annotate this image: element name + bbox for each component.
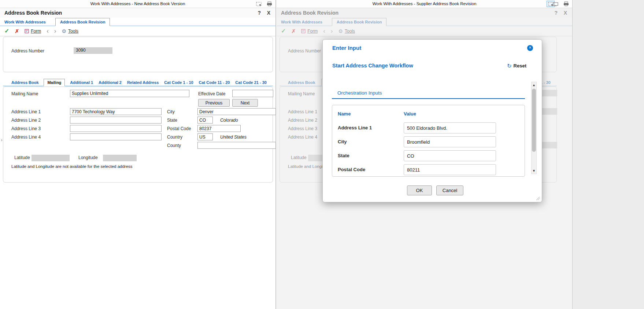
cancel-x-icon[interactable]: ✗ xyxy=(15,28,19,34)
splitter-icon: › xyxy=(1,137,2,143)
reset-label: Reset xyxy=(514,63,526,69)
effective-date-input[interactable] xyxy=(232,90,273,97)
address-number-box: Address Number 3090 xyxy=(3,37,273,72)
left-panel-title: Address Book Revision xyxy=(4,10,62,16)
address-line-1-input[interactable] xyxy=(70,108,162,115)
splitter-handle[interactable]: › xyxy=(0,135,3,144)
gear-icon: ⚙ xyxy=(62,28,66,34)
geo-note: Latitude and Longitude are not available… xyxy=(11,164,133,169)
right-titlebar: Work With Addresses - Supplier Address B… xyxy=(277,0,572,8)
column-header-value: Value xyxy=(404,111,416,117)
left-toolbar: ✓ ✗ Form ‹ › ⚙ Tools xyxy=(0,26,275,36)
postal-code-label: Postal Code xyxy=(167,126,191,131)
row-value-postal-code-input[interactable] xyxy=(404,164,496,175)
enter-input-dialog: Enter Input × Start Address Change Workf… xyxy=(322,39,542,202)
mailing-name-label: Mailing Name xyxy=(11,91,38,96)
city-label: City xyxy=(167,109,175,114)
address-line-1-label: Address Line 1 xyxy=(11,109,41,114)
row-name-address-line-1: Address Line 1 xyxy=(338,125,372,130)
tools-menu-button[interactable]: ⚙ Tools xyxy=(62,28,78,34)
country-label: Country xyxy=(167,135,182,140)
address-line-2-label: Address Line 2 xyxy=(11,118,41,123)
latitude-field xyxy=(32,155,70,161)
county-label: County xyxy=(167,143,181,148)
form-tab-additional-1[interactable]: Additional 1 xyxy=(70,79,93,86)
row-name-state: State xyxy=(338,153,349,158)
next-button[interactable]: Next xyxy=(232,99,258,107)
scrollbar-thumb[interactable] xyxy=(532,89,536,152)
row-value-state-input[interactable] xyxy=(404,150,496,161)
left-window: Work With Addresses - New Address Book V… xyxy=(0,0,276,309)
tab-address-book-revision[interactable]: Address Book Revision xyxy=(55,18,110,26)
city-input[interactable] xyxy=(197,108,276,115)
help-button[interactable]: ? xyxy=(258,10,261,16)
ok-button[interactable]: OK xyxy=(407,185,432,195)
form-tab-cat-code-1-10[interactable]: Cat Code 1 - 10 xyxy=(164,79,193,86)
state-description: Colorado xyxy=(220,118,238,123)
mailing-name-input[interactable] xyxy=(70,90,189,97)
form-tab-related-address[interactable]: Related Address xyxy=(127,79,159,86)
postal-code-input[interactable] xyxy=(197,125,241,132)
scroll-down-icon[interactable]: ▼ xyxy=(532,168,536,174)
form-icon xyxy=(25,29,29,33)
address-line-4-label: Address Line 4 xyxy=(11,135,41,140)
orchestration-inputs-table: Name Value Address Line 1 City State Pos… xyxy=(332,105,525,177)
close-icon: × xyxy=(529,45,531,50)
address-line-4-input[interactable] xyxy=(70,133,162,140)
country-input[interactable] xyxy=(197,133,213,140)
mailing-form-panel: Mailing Name Effective Date Previous Nex… xyxy=(3,87,273,183)
form-tab-additional-2[interactable]: Additional 2 xyxy=(98,79,122,86)
form-menu-label: Form xyxy=(31,29,41,34)
nav-forward-icon[interactable]: › xyxy=(54,28,56,34)
address-line-3-input[interactable] xyxy=(70,125,162,132)
dialog-close-button[interactable]: × xyxy=(527,45,533,51)
row-name-city: City xyxy=(338,139,347,144)
dialog-scrollbar[interactable]: ▲ ▼ xyxy=(531,82,537,174)
reset-button[interactable]: ↻ Reset xyxy=(507,63,526,69)
left-titlebar: Work With Addresses - New Address Book V… xyxy=(0,0,275,8)
scroll-up-icon[interactable]: ▲ xyxy=(532,82,536,88)
capture-icon[interactable] xyxy=(255,1,263,7)
left-nav-tabs: Work With Addresses Address Book Revisio… xyxy=(0,18,275,26)
resize-handle-icon[interactable] xyxy=(536,196,540,201)
close-button[interactable]: X xyxy=(267,10,270,16)
capture-icon[interactable] xyxy=(551,1,559,7)
section-underline xyxy=(332,98,525,99)
state-input[interactable] xyxy=(197,117,213,124)
address-line-3-label: Address Line 3 xyxy=(11,126,41,131)
refresh-icon: ↻ xyxy=(507,63,512,69)
form-tab-address-book[interactable]: Address Book xyxy=(11,79,39,86)
ok-check-icon[interactable]: ✓ xyxy=(4,27,9,34)
form-tab-cat-code-11-20[interactable]: Cat Code 11 - 20 xyxy=(199,79,230,86)
cancel-button[interactable]: Cancel xyxy=(436,185,463,195)
left-form-tabstrip: Address Book Mailing Additional 1 Additi… xyxy=(3,78,273,86)
row-name-postal-code: Postal Code xyxy=(338,167,365,172)
dialog-title: Enter Input xyxy=(332,45,361,51)
address-line-2-input[interactable] xyxy=(70,117,162,124)
row-value-address-line-1-input[interactable] xyxy=(404,122,496,133)
nav-back-icon[interactable]: ‹ xyxy=(47,28,49,34)
print-icon[interactable] xyxy=(562,1,570,7)
country-description: United States xyxy=(220,135,247,140)
left-panel-header: Address Book Revision ? X xyxy=(0,8,275,18)
column-header-name: Name xyxy=(338,111,351,117)
longitude-field xyxy=(103,155,137,161)
row-value-city-input[interactable] xyxy=(404,136,496,147)
state-label: State xyxy=(167,118,177,123)
county-input[interactable] xyxy=(197,142,276,149)
workflow-title: Start Address Change Workflow xyxy=(332,63,413,69)
tools-menu-label: Tools xyxy=(68,29,78,34)
previous-button[interactable]: Previous xyxy=(198,99,230,107)
form-menu-button[interactable]: Form xyxy=(25,29,41,34)
tab-work-with-addresses[interactable]: Work With Addresses xyxy=(4,18,47,26)
effective-date-label: Effective Date xyxy=(198,91,225,96)
form-tab-cat-code-21-30[interactable]: Cat Code 21 - 30 xyxy=(235,79,267,86)
address-number-label: Address Number xyxy=(11,48,44,54)
longitude-label: Longitude xyxy=(78,155,98,160)
orchestration-inputs-title: Orchestration Inputs xyxy=(337,90,382,96)
print-icon[interactable] xyxy=(265,1,273,7)
left-window-title: Work With Addresses - New Address Book V… xyxy=(0,1,275,6)
latitude-label: Latitude xyxy=(14,155,30,160)
form-tab-mailing[interactable]: Mailing xyxy=(44,79,65,86)
right-window-title: Work With Addresses - Supplier Address B… xyxy=(277,1,572,6)
